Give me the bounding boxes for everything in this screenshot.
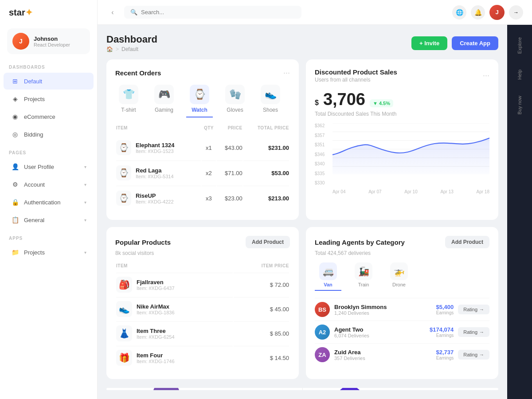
item-cell: ⌚ Elephant 1324 Item: #XDG-1523 [116,140,201,155]
grid-icon: ⊞ [11,77,20,86]
user-icon: 👤 [11,162,20,171]
sidebar-item-projects[interactable]: ◈ Projects [4,90,94,107]
orders-table: ITEM QTY PRICE TOTAL PRICE ⌚ [115,125,290,211]
agents-add-product-button[interactable]: Add Product [445,236,489,248]
sales-value: 3,706 [323,90,365,109]
tab-gaming[interactable]: 🎮 Gaming [151,85,177,117]
y-label: $335 [315,171,325,176]
bell-icon[interactable]: 🔔 [471,5,485,20]
sidebar-item-app-projects[interactable]: 📁 Projects ▾ [4,244,94,261]
total-value: $231.00 [243,136,289,160]
item-icon: ⌚ [116,140,131,155]
rating-button[interactable]: Rating → [458,327,489,337]
chart-x-labels: Apr 04 Apr 07 Apr 10 Apr 13 Apr 18 [332,189,489,194]
agent-earnings-area: $2,737 Earnings [418,349,454,360]
tab-gloves[interactable]: 🧤 Gloves [222,85,248,117]
product-cell: 🎒 Fjallraven Item: #XDG-6437 [116,277,233,293]
invite-button[interactable]: + Invite [411,36,447,50]
sidebar-item-default[interactable]: ⊞ Default [4,73,94,90]
agent-info: Brooklyn Simmons 1,240 Deliveries [334,304,414,316]
item-id: Item: #XDG-4222 [136,199,174,204]
chart-svg [332,123,489,174]
popular-title-area: Popular Products [115,239,171,246]
product-name: Nike AirMax [137,303,175,310]
sidebar-item-general[interactable]: 📋 General ▾ [4,211,94,228]
avatar: J [12,33,29,50]
chevron-down-icon: ▾ [84,250,86,255]
agent-avatar: BS [315,302,330,317]
user-card[interactable]: J Johnson React Developer [7,28,90,54]
agent-tab-drone[interactable]: 🚁 Drone [386,262,412,291]
product-price: $ 14.50 [234,346,289,369]
item-name: Red Laga [136,167,174,174]
tab-gloves-label: Gloves [227,107,243,113]
total-value: $213.00 [243,186,289,210]
tab-watch[interactable]: ⌚ Watch [186,85,213,117]
explore-button[interactable]: Explore [515,34,524,57]
sales-badge: ▼ 4.5% [370,99,393,107]
sidebar-item-user-profile[interactable]: 👤 User Profile ▾ [4,158,94,175]
popular-products-title: Popular Products [115,239,171,246]
agent-earnings-label: Earnings [418,310,454,315]
sales-menu-icon[interactable]: ··· [483,71,489,80]
tab-tshirt[interactable]: 👕 T-shirt [115,85,142,117]
chevron-down-icon: ▾ [84,182,86,187]
topbar-avatar[interactable]: J [489,5,505,20]
aspnet-icon: ©re [337,388,363,390]
agent-earnings-area: $174,074 Earnings [418,326,454,338]
agent-earnings: $2,737 [418,349,454,356]
agent-earnings-area: $5,400 Earnings [418,304,454,315]
item-icon: ⌚ [116,165,131,180]
popular-products-card: Popular Products Add Product 8k social v… [106,227,299,379]
agent-tab-train[interactable]: 🚂 Train [350,262,377,291]
sidebar-item-projects-label: Projects [24,96,86,102]
prod-col-price: ITEM PRICE [234,263,289,272]
bidding-icon: ◎ [11,130,20,139]
col-qty: QTY [202,125,216,135]
card-menu-icon[interactable]: ··· [283,68,290,78]
item-cell: ⌚ Red Laga Item: #XDG-5314 [116,165,201,180]
item-info: Red Laga Item: #XDG-5314 [136,167,174,179]
tab-shoes[interactable]: 👟 Shoes [257,85,284,117]
sidebar-item-bidding[interactable]: ◎ Bidding [4,126,94,143]
agent-tab-van[interactable]: 🚐 Van [315,262,341,291]
rating-button[interactable]: Rating → [458,350,489,360]
add-product-button[interactable]: Add Product [246,236,290,248]
item-name: Elephant 1324 [136,142,174,149]
product-info: Item Three Item: #XDG-6254 [137,328,175,340]
agent-deliveries: 6,074 Deliveries [334,333,414,338]
agent-row: BS Brooklyn Simmons 1,240 Deliveries $5,… [315,298,489,321]
help-button[interactable]: Help [515,66,524,83]
folder-icon: 📁 [11,248,20,257]
x-label: Apr 13 [440,189,453,194]
agent-avatar: A2 [315,325,330,340]
arrow-right-icon: → [479,352,484,357]
sidebar-item-ecommerce[interactable]: ◉ eCommerce [4,108,94,125]
search-input[interactable] [141,9,295,16]
account-icon: ⚙ [11,180,20,189]
sidebar-item-authentication-label: Authentication [24,199,80,206]
sidebar-item-authentication[interactable]: 🔒 Authentication ▾ [4,194,94,211]
sales-label: Total Discounted Sales This Month [315,111,489,117]
lock-icon: 🔒 [11,198,20,207]
collapse-button[interactable]: ‹ [106,6,119,19]
arrow-right-icon: → [479,329,484,335]
bottom-grid: Popular Products Add Product 8k social v… [106,227,498,379]
create-app-button[interactable]: Create App [452,36,498,50]
agent-name: Brooklyn Simmons [334,304,414,310]
globe-icon[interactable]: 🌐 [452,5,466,20]
sidebar-item-account[interactable]: ⚙ Account ▾ [4,176,94,193]
gaming-icon: 🎮 [154,85,174,104]
agent-deliveries: 357 Deliveries [334,356,414,361]
sales-chart: $362 $357 $351 $346 $340 $335 $330 [315,123,489,194]
logo-star: ✦ [25,8,33,17]
user-info: Johnson React Developer [34,35,70,47]
arrow-icon[interactable]: → [509,5,523,20]
total-value: $53.00 [243,160,289,185]
table-row: ⌚ RiseUP Item: #XDG-4222 x3 $23.00 [116,186,289,210]
sidebar-item-app-projects-label: Projects [24,249,80,256]
price-value: $23.00 [217,186,243,210]
buy-now-button[interactable]: Buy now [515,92,524,118]
chevron-down-icon: ▾ [84,218,86,223]
rating-button[interactable]: Rating → [458,305,489,314]
